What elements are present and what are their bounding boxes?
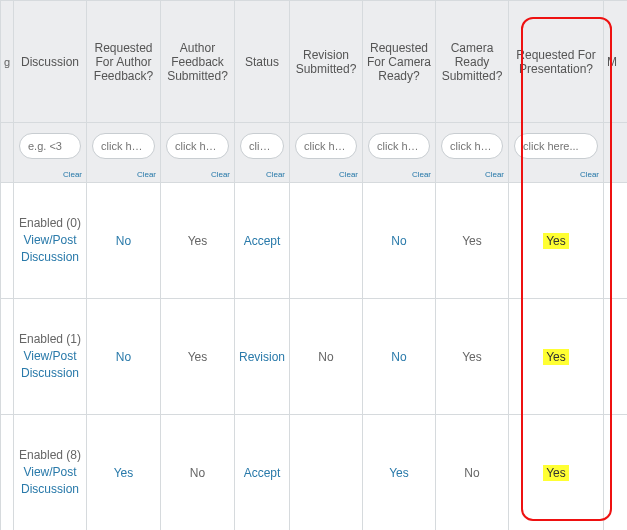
cell-req-camera-ready: No xyxy=(363,299,436,415)
value-revision-submitted: No xyxy=(318,350,333,364)
filter-status: Clear xyxy=(235,123,290,183)
cell-camera-ready-submitted: No xyxy=(436,415,509,531)
cell-req-presentation: Yes xyxy=(509,183,604,299)
cell-status: Accept xyxy=(235,415,290,531)
filter-discussion: Clear xyxy=(14,123,87,183)
clear-link[interactable]: Clear xyxy=(266,170,285,179)
cell-req-author-feedback: Yes xyxy=(87,415,161,531)
col-header-req-author-feedback[interactable]: Requested For Author Feedback? xyxy=(87,1,161,123)
filter-req-presentation: Clear xyxy=(509,123,604,183)
clear-link[interactable]: Clear xyxy=(63,170,82,179)
table-row: Enabled (1) View/Post Discussion No Yes … xyxy=(1,299,628,415)
filter-input-revision-submitted[interactable] xyxy=(295,133,357,159)
view-post-discussion-link[interactable]: View/Post Discussion xyxy=(21,233,79,264)
cell-req-camera-ready: No xyxy=(363,183,436,299)
view-post-discussion-link[interactable]: View/Post Discussion xyxy=(21,465,79,496)
col-header-author-feedback-submitted[interactable]: Author Feedback Submitted? xyxy=(161,1,235,123)
filter-req-author-feedback: Clear xyxy=(87,123,161,183)
cell-author-feedback-submitted: Yes xyxy=(161,183,235,299)
cell-trailing xyxy=(604,415,628,531)
value-req-camera-ready[interactable]: No xyxy=(391,350,406,364)
value-status[interactable]: Revision xyxy=(239,350,285,364)
filter-input-req-camera-ready[interactable] xyxy=(368,133,430,159)
clear-link[interactable]: Clear xyxy=(137,170,156,179)
value-req-author-feedback[interactable]: No xyxy=(116,350,131,364)
cell-discussion: Enabled (0) View/Post Discussion xyxy=(14,183,87,299)
value-status[interactable]: Accept xyxy=(244,466,281,480)
table-row: Enabled (0) View/Post Discussion No Yes … xyxy=(1,183,628,299)
cell-req-presentation: Yes xyxy=(509,299,604,415)
filter-req-camera-ready: Clear xyxy=(363,123,436,183)
value-req-presentation[interactable]: Yes xyxy=(543,349,569,365)
cell-status: Revision xyxy=(235,299,290,415)
clear-link[interactable]: Clear xyxy=(211,170,230,179)
cell-trailing xyxy=(604,183,628,299)
header-row: g Discussion Requested For Author Feedba… xyxy=(1,1,628,123)
clear-link[interactable]: Clear xyxy=(412,170,431,179)
value-req-author-feedback[interactable]: No xyxy=(116,234,131,248)
col-header-trailing[interactable]: M xyxy=(604,1,628,123)
filter-author-feedback-submitted: Clear xyxy=(161,123,235,183)
discussion-enabled-label: Enabled (1) xyxy=(19,332,81,346)
cell-camera-ready-submitted: Yes xyxy=(436,183,509,299)
value-status[interactable]: Accept xyxy=(244,234,281,248)
value-author-feedback-submitted: No xyxy=(190,466,205,480)
value-req-author-feedback[interactable]: Yes xyxy=(114,466,134,480)
filter-camera-ready-submitted: Clear xyxy=(436,123,509,183)
value-camera-ready-submitted: Yes xyxy=(462,234,482,248)
value-req-presentation[interactable]: Yes xyxy=(543,465,569,481)
cell-req-camera-ready: Yes xyxy=(363,415,436,531)
col-header-status[interactable]: Status xyxy=(235,1,290,123)
value-camera-ready-submitted: Yes xyxy=(462,350,482,364)
cell-revision-submitted xyxy=(290,415,363,531)
col-header-req-presentation[interactable]: Requested For Presentation? xyxy=(509,1,604,123)
col-header-discussion[interactable]: Discussion xyxy=(14,1,87,123)
cell-revision-submitted xyxy=(290,183,363,299)
clear-link[interactable]: Clear xyxy=(580,170,599,179)
clear-link[interactable]: Clear xyxy=(339,170,358,179)
col-header-revision-submitted[interactable]: Revision Submitted? xyxy=(290,1,363,123)
cell-leading xyxy=(1,299,14,415)
cell-req-author-feedback: No xyxy=(87,299,161,415)
discussion-enabled-label: Enabled (8) xyxy=(19,448,81,462)
cell-req-presentation: Yes xyxy=(509,415,604,531)
cell-author-feedback-submitted: Yes xyxy=(161,299,235,415)
value-req-camera-ready[interactable]: Yes xyxy=(389,466,409,480)
filter-input-discussion[interactable] xyxy=(19,133,81,159)
col-header-req-camera-ready[interactable]: Requested For Camera Ready? xyxy=(363,1,436,123)
value-author-feedback-submitted: Yes xyxy=(188,234,208,248)
cell-req-author-feedback: No xyxy=(87,183,161,299)
value-req-camera-ready[interactable]: No xyxy=(391,234,406,248)
submissions-table: g Discussion Requested For Author Feedba… xyxy=(0,0,627,530)
cell-revision-submitted: No xyxy=(290,299,363,415)
cell-leading xyxy=(1,183,14,299)
cell-discussion: Enabled (8) View/Post Discussion xyxy=(14,415,87,531)
filter-input-req-presentation[interactable] xyxy=(514,133,598,159)
clear-link[interactable]: Clear xyxy=(485,170,504,179)
discussion-enabled-label: Enabled (0) xyxy=(19,216,81,230)
cell-status: Accept xyxy=(235,183,290,299)
filter-trailing xyxy=(604,123,628,183)
cell-discussion: Enabled (1) View/Post Discussion xyxy=(14,299,87,415)
filter-input-status[interactable] xyxy=(240,133,284,159)
col-header-camera-ready-submitted[interactable]: Camera Ready Submitted? xyxy=(436,1,509,123)
value-camera-ready-submitted: No xyxy=(464,466,479,480)
value-req-presentation[interactable]: Yes xyxy=(543,233,569,249)
filter-leading xyxy=(1,123,14,183)
view-post-discussion-link[interactable]: View/Post Discussion xyxy=(21,349,79,380)
cell-author-feedback-submitted: No xyxy=(161,415,235,531)
cell-leading xyxy=(1,415,14,531)
filter-input-camera-ready-submitted[interactable] xyxy=(441,133,503,159)
table-row: Enabled (8) View/Post Discussion Yes No … xyxy=(1,415,628,531)
filter-input-req-author-feedback[interactable] xyxy=(92,133,155,159)
filter-revision-submitted: Clear xyxy=(290,123,363,183)
value-author-feedback-submitted: Yes xyxy=(188,350,208,364)
cell-trailing xyxy=(604,299,628,415)
filter-input-author-feedback-submitted[interactable] xyxy=(166,133,229,159)
col-header-leading[interactable]: g xyxy=(1,1,14,123)
filter-row: Clear Clear Clear Clear Clear Clear xyxy=(1,123,628,183)
cell-camera-ready-submitted: Yes xyxy=(436,299,509,415)
